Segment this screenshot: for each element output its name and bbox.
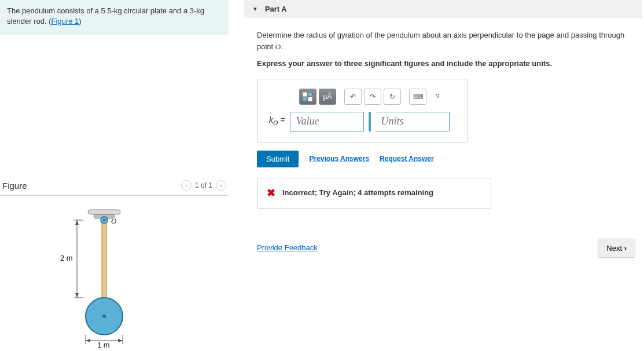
answer-toolbar: μÅ ↶ ↷ ↻ ⌨ ?	[299, 89, 456, 105]
part-label: Part A	[265, 5, 287, 13]
incorrect-icon: ✖	[267, 185, 275, 201]
svg-rect-4	[102, 224, 106, 299]
next-button[interactable]: Next ›	[598, 239, 635, 258]
submit-button[interactable]: Submit	[257, 151, 299, 167]
value-input[interactable]	[290, 112, 364, 131]
svg-marker-10	[75, 220, 79, 225]
answer-variable: kO =	[269, 114, 285, 128]
keyboard-button[interactable]: ⌨	[409, 89, 426, 105]
collapse-icon: ▼	[252, 6, 258, 12]
input-separator	[369, 112, 371, 131]
part-a-header[interactable]: ▼ Part A	[244, 0, 642, 18]
svg-point-3	[103, 219, 105, 221]
units-input[interactable]	[376, 112, 450, 131]
svg-marker-15	[86, 339, 90, 342]
svg-marker-11	[75, 293, 79, 298]
chevron-right-icon: ›	[624, 244, 627, 253]
feedback-text: Incorrect; Try Again; 4 attempts remaini…	[282, 187, 433, 199]
dim-rod: 2 m	[60, 254, 73, 262]
figure-header: Figure ‹ 1 of 1 ›	[0, 177, 229, 196]
redo-button[interactable]: ↷	[364, 89, 381, 105]
svg-rect-19	[303, 97, 307, 101]
feedback-box: ✖ Incorrect; Try Again; 4 attempts remai…	[257, 178, 491, 209]
figure-image: O 2 m 1 m	[0, 196, 229, 351]
units-button[interactable]: μÅ	[319, 89, 336, 105]
undo-button[interactable]: ↶	[344, 89, 362, 105]
svg-rect-18	[308, 93, 312, 96]
reset-button[interactable]: ↻	[384, 89, 401, 105]
request-answer-link[interactable]: Request Answer	[380, 153, 434, 164]
svg-rect-20	[308, 97, 312, 101]
problem-text-suffix: )	[79, 17, 81, 25]
answer-box: μÅ ↶ ↷ ↻ ⌨ ? kO =	[257, 79, 468, 142]
svg-rect-17	[303, 93, 307, 96]
problem-text-prefix: The pendulum consists of a 5.5-kg circul…	[7, 6, 204, 25]
templates-icon	[303, 92, 313, 101]
svg-rect-0	[88, 210, 120, 214]
svg-point-6	[102, 315, 106, 318]
previous-answers-link[interactable]: Previous Answers	[309, 153, 369, 164]
problem-statement: The pendulum consists of a 5.5-kg circul…	[0, 0, 229, 35]
figure-counter: 1 of 1	[195, 181, 212, 189]
help-button[interactable]: ?	[429, 89, 446, 105]
provide-feedback-link[interactable]: Provide Feedback	[257, 242, 318, 254]
dim-plate: 1 m	[97, 341, 110, 349]
templates-button[interactable]	[299, 89, 317, 105]
prompt-instructions: Express your answer to three significant…	[257, 58, 636, 70]
figure-link[interactable]: Figure 1	[51, 17, 79, 25]
prompt-text: Determine the radius of gyration of the …	[257, 30, 636, 52]
figure-next-button[interactable]: ›	[216, 180, 226, 191]
svg-marker-16	[118, 339, 123, 342]
figure-title: Figure	[2, 181, 181, 191]
figure-prev-button[interactable]: ‹	[181, 180, 192, 191]
point-o-label: O	[111, 217, 117, 225]
